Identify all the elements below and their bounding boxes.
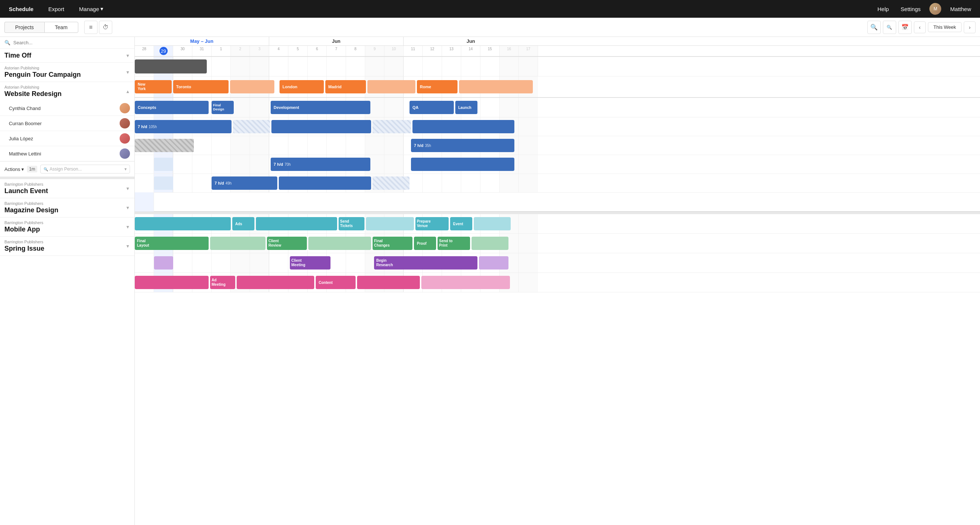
cal-day-1[interactable]: 1	[212, 46, 231, 56]
zoom-in-icon[interactable]: 🔍	[867, 21, 881, 34]
this-week-button[interactable]: This Week	[928, 22, 961, 32]
cal-day-13[interactable]: 13	[442, 46, 461, 56]
event-prepare-venue[interactable]: PrepareVenue	[415, 217, 449, 231]
nav-export[interactable]: Export	[45, 5, 67, 14]
event-matthew-main[interactable]: 7 h/d 49h	[212, 177, 277, 190]
nav-settings[interactable]: Settings	[898, 5, 923, 14]
event-mobile-light	[154, 256, 173, 269]
event-launch-base[interactable]	[135, 217, 231, 231]
tab-team[interactable]: Team	[44, 22, 78, 33]
event-new-york[interactable]: NewYork	[135, 80, 172, 94]
event-ad-meeting[interactable]: AdMeeting	[210, 276, 235, 289]
event-time-off-bar[interactable]	[135, 59, 207, 73]
event-concepts[interactable]: Concepts	[135, 101, 208, 114]
collapse-icon[interactable]: ≡	[84, 21, 97, 34]
cal-day-7[interactable]: 7	[327, 46, 346, 56]
clock-icon[interactable]: ⏱	[99, 21, 112, 34]
cal-day-30[interactable]: 30	[173, 46, 192, 56]
calendar-header: May – Jun Jun Jun 28	[135, 37, 980, 57]
matthew-hours-total: 49h	[226, 181, 232, 185]
cal-row-launch-event: Ads SendTickets PrepareVenue Event	[135, 214, 980, 234]
cal-day-9[interactable]: 9	[365, 46, 384, 56]
event-madrid[interactable]: Madrid	[325, 80, 366, 94]
event-send-tickets[interactable]: SendTickets	[339, 217, 364, 231]
cal-day-11[interactable]: 11	[404, 46, 423, 56]
avatar[interactable]: M	[929, 3, 941, 15]
event-julia-end[interactable]	[411, 158, 514, 171]
section-website-redesign[interactable]: Astorian Publishing Website Redesign ▲	[0, 82, 134, 101]
event-label-launch: Launch	[458, 106, 471, 110]
event-launch-mid[interactable]	[256, 217, 337, 231]
event-toronto[interactable]: Toronto	[173, 80, 229, 94]
cal-day-16[interactable]: 16	[500, 46, 519, 56]
event-cynthia-dev[interactable]	[271, 120, 371, 133]
section-magazine-design[interactable]: Barrington Publishers Magazine Design ▼	[0, 198, 134, 218]
event-proof[interactable]: Proof	[414, 237, 436, 250]
zoom-out-icon[interactable]: 🔍	[883, 21, 896, 34]
event-label-ads: Ads	[235, 222, 242, 226]
event-spring-mid[interactable]	[237, 276, 314, 289]
cal-day-15[interactable]: 15	[480, 46, 500, 56]
event-final-design[interactable]: FinalDesign	[212, 101, 234, 114]
event-begin-research[interactable]: BeginResearch	[374, 256, 477, 269]
cal-row-penguin-tour: NewYork Toronto London Madrid	[135, 76, 980, 98]
event-content[interactable]: Content	[316, 276, 356, 289]
event-spring-end[interactable]	[357, 276, 420, 289]
event-launch-light	[366, 217, 414, 231]
nav-help[interactable]: Help	[874, 5, 892, 14]
cal-day-31[interactable]: 31	[192, 46, 212, 56]
cal-day-4[interactable]: 4	[269, 46, 288, 56]
section-time-off[interactable]: Time Off ▼	[0, 49, 134, 63]
penguin-tour-title: Penguin Tour Campaign	[5, 71, 81, 79]
cal-day-14[interactable]: 14	[461, 46, 480, 56]
avatar-cynthia	[119, 103, 130, 113]
cal-day-6[interactable]: 6	[308, 46, 327, 56]
event-london[interactable]: London	[280, 80, 324, 94]
cal-day-10[interactable]: 10	[384, 46, 404, 56]
cal-day-8[interactable]: 8	[346, 46, 365, 56]
actions-button[interactable]: Actions ▾	[5, 167, 24, 172]
calendar-icon[interactable]: 📅	[898, 21, 912, 34]
cal-day-12[interactable]: 12	[423, 46, 442, 56]
event-send-print[interactable]: Send toPrint	[438, 237, 470, 250]
event-cynthia-main[interactable]: 7 h/d 105h	[135, 120, 232, 133]
search-input[interactable]	[13, 40, 130, 45]
nav-user[interactable]: Matthew	[947, 5, 974, 14]
cynthia-hours: 7 h/d	[138, 124, 147, 129]
event-final-changes[interactable]: FinalChanges	[372, 237, 412, 250]
event-cynthia-end[interactable]	[412, 120, 514, 133]
cal-day-3[interactable]: 3	[250, 46, 269, 56]
event-development[interactable]: Development	[270, 101, 371, 114]
cal-day-29-today[interactable]: 29	[154, 46, 173, 56]
event-ads[interactable]: Ads	[232, 217, 255, 231]
event-rome[interactable]: Rome	[417, 80, 458, 94]
section-mobile-app[interactable]: Barrington Publishers Mobile App ▼	[0, 218, 134, 237]
event-spring-base[interactable]	[135, 276, 208, 289]
assign-person-select[interactable]: 🔍 Assign Person... ▾	[40, 165, 130, 173]
next-week-button[interactable]: ›	[964, 21, 975, 33]
tab-projects[interactable]: Projects	[5, 22, 44, 33]
event-client-meeting[interactable]: ClientMeeting	[290, 256, 331, 269]
event-julia-dev[interactable]: 7 h/d 70h	[270, 158, 371, 171]
cal-day-2[interactable]: 2	[231, 46, 250, 56]
event-final-layout[interactable]: FinalLayout	[135, 237, 208, 250]
nav-manage[interactable]: Manage ▾	[76, 4, 107, 14]
section-launch-event[interactable]: Barrington Publishers Launch Event ▼	[0, 179, 134, 198]
event-curran-end[interactable]: 7 h/d 35h	[411, 139, 514, 152]
nav-schedule[interactable]: Schedule	[6, 5, 37, 14]
event-launch[interactable]: Launch	[455, 101, 477, 114]
section-spring-issue[interactable]: Barrington Publishers Spring Issue ▼	[0, 237, 134, 256]
cal-row-magazine-design: FinalLayout ClientReview FinalChanges Pr…	[135, 234, 980, 253]
cal-day-5[interactable]: 5	[288, 46, 308, 56]
event-client-review[interactable]: ClientReview	[267, 237, 307, 250]
cal-day-28[interactable]: 28	[135, 46, 154, 56]
event-matthew-dev[interactable]	[279, 177, 371, 190]
magazine-design-sub: Barrington Publishers	[5, 201, 58, 206]
section-penguin-tour[interactable]: Astorian Publishing Penguin Tour Campaig…	[0, 63, 134, 82]
launch-event-sub: Barrington Publishers	[5, 182, 48, 186]
event-qa[interactable]: QA	[409, 101, 454, 114]
prev-week-button[interactable]: ‹	[914, 21, 926, 33]
event-label-client-meeting: ClientMeeting	[291, 258, 305, 267]
event-event[interactable]: Event	[450, 217, 472, 231]
cal-day-17[interactable]: 17	[519, 46, 538, 56]
